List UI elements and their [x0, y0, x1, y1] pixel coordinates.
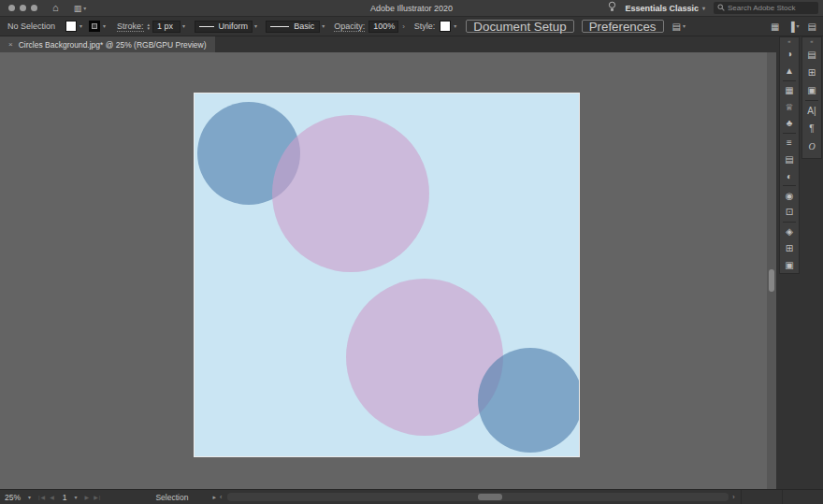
chevron-down-icon: ▾	[797, 23, 800, 29]
color-icon[interactable]: ◑	[780, 46, 799, 63]
last-artboard-icon[interactable]: ▶|	[94, 494, 101, 500]
symbols-icon[interactable]: ♣	[780, 115, 799, 132]
variable-width-profile-dropdown[interactable]: Uniform	[195, 21, 253, 33]
width-profile-preview-icon	[199, 26, 213, 27]
first-artboard-icon[interactable]: |◀	[38, 494, 46, 500]
chevron-down-icon[interactable]: ▾	[683, 23, 686, 29]
chevron-down-icon: ▾	[702, 6, 705, 11]
layers-icon[interactable]: ◈	[780, 223, 799, 240]
dock-separator	[783, 185, 796, 186]
document-tab[interactable]: × Circles Background.jpg* @ 25% (RGB/GPU…	[0, 36, 215, 52]
scroll-left-icon[interactable]: ‹	[220, 494, 222, 500]
zoom-level-field[interactable]: 25%	[5, 493, 21, 502]
arrange-documents-icon: ▥	[74, 4, 82, 13]
panel-menu-icon[interactable]: ▤	[808, 22, 816, 32]
previous-artboard-icon[interactable]: ◀	[50, 494, 55, 500]
title-bar: ⌂ ▥ ▾ Adobe Illustrator 2020 Essentials …	[0, 0, 823, 17]
stroke-icon[interactable]: ≡	[780, 135, 799, 151]
width-profile-value: Uniform	[219, 22, 249, 31]
close-tab-icon[interactable]: ×	[8, 40, 13, 49]
touch-workspace-grid-icon[interactable]: ▦	[771, 22, 779, 32]
chevron-down-icon[interactable]: ▾	[322, 23, 325, 29]
expand-panels-icon[interactable]: «	[780, 37, 799, 46]
chevron-down-icon[interactable]: ▾	[79, 23, 82, 29]
workspace-switcher[interactable]: Essentials Classic ▾	[625, 4, 705, 13]
expand-panels-icon[interactable]: «	[802, 37, 821, 46]
stroke-weight-value: 1 px	[157, 22, 173, 31]
brushes-icon[interactable]: ♕	[780, 98, 799, 115]
chevron-down-icon[interactable]: ▾	[454, 23, 456, 29]
asset-export-icon[interactable]: ⊞	[780, 239, 799, 256]
brush-preview-icon	[270, 26, 289, 27]
vertical-scrollbar-thumb[interactable]	[769, 269, 774, 292]
scroll-right-icon[interactable]: ›	[732, 494, 734, 500]
stroke-weight-field[interactable]: 1 px	[152, 21, 180, 33]
stroke-weight-label[interactable]: Stroke:	[117, 22, 144, 32]
dock-separator	[783, 80, 796, 81]
illustrator-window: ⌂ ▥ ▾ Adobe Illustrator 2020 Essentials …	[0, 0, 823, 504]
search-placeholder: Search Adobe Stock	[728, 4, 796, 12]
stroke-color-swatch[interactable]	[89, 21, 100, 32]
dock-separator	[783, 133, 796, 134]
paragraph-icon[interactable]: ¶	[802, 120, 821, 137]
chevron-down-icon[interactable]: ▾	[103, 23, 106, 29]
canvas-pasteboard[interactable]	[0, 52, 767, 490]
zoom-window-button[interactable]	[31, 5, 37, 11]
search-input[interactable]: Search Adobe Stock	[714, 2, 818, 14]
arrange-documents-button[interactable]: ▥ ▾	[74, 4, 87, 13]
gradient-icon[interactable]: ▤	[780, 151, 799, 168]
layers-panel-icon[interactable]: ⊞	[802, 64, 821, 81]
fill-color-swatch[interactable]	[65, 21, 77, 32]
opacity-label[interactable]: Opacity:	[334, 22, 365, 32]
document-tab-bar: × Circles Background.jpg* @ 25% (RGB/GPU…	[0, 36, 778, 52]
dock-separator	[783, 222, 796, 223]
opacity-field[interactable]: 100%	[368, 21, 398, 33]
status-bar-corner	[741, 490, 823, 504]
transparency-icon[interactable]: ◐	[780, 167, 799, 184]
style-label: Style:	[414, 22, 436, 31]
brush-definition-dropdown[interactable]: Basic	[266, 21, 320, 33]
chevron-down-icon[interactable]: ▾	[182, 23, 185, 29]
artboard-number-field[interactable]: 1	[63, 493, 67, 502]
artboard[interactable]	[194, 93, 580, 457]
search-icon	[717, 4, 725, 13]
selection-status-label: No Selection	[7, 22, 55, 31]
minimize-window-button[interactable]	[20, 5, 26, 11]
status-indicator: Selection	[155, 493, 188, 502]
swatches-icon[interactable]: ▦	[780, 82, 799, 99]
stroke-weight-stepper[interactable]: ▴ ▾	[148, 22, 151, 30]
artboard-dropdown-icon[interactable]: ▾	[75, 494, 78, 500]
close-window-button[interactable]	[8, 5, 15, 11]
libraries-icon[interactable]: ▤	[802, 46, 821, 64]
vertical-scrollbar[interactable]	[767, 52, 776, 490]
blue-circle-bottom-right[interactable]	[478, 348, 580, 453]
app-title: Adobe Illustrator 2020	[370, 4, 453, 13]
brush-definition-value: Basic	[294, 22, 314, 31]
document-tab-title: Circles Background.jpg* @ 25% (RGB/GPU P…	[19, 40, 207, 50]
lightbulb-icon[interactable]	[608, 1, 616, 15]
horizontal-scrollbar[interactable]	[227, 493, 729, 501]
home-icon[interactable]: ⌂	[52, 0, 59, 16]
horizontal-scrollbar-thumb[interactable]	[478, 494, 502, 500]
purple-circle-top[interactable]	[272, 115, 429, 272]
dock-toggle-button[interactable]: ▐ ▾	[787, 22, 799, 32]
artboards-panel-icon[interactable]: ▣	[802, 81, 821, 99]
appearance-icon[interactable]: ◉	[780, 187, 799, 204]
align-options-icon[interactable]: ▤	[672, 22, 681, 32]
character-icon[interactable]: A|	[802, 102, 821, 120]
chevron-down-icon[interactable]: ▾	[254, 23, 257, 29]
graphic-style-swatch[interactable]	[440, 21, 451, 32]
status-flyout-icon[interactable]: ▸	[212, 494, 216, 501]
color-guide-icon[interactable]: ▲	[780, 63, 799, 79]
workspace-name: Essentials Classic	[625, 4, 699, 13]
stepper-down-icon[interactable]: ▾	[148, 26, 151, 30]
next-artboard-icon[interactable]: ▶	[85, 494, 91, 500]
artboards-icon[interactable]: ▣	[780, 256, 799, 273]
preferences-button[interactable]: Preferences	[582, 20, 664, 33]
status-bar: 25% ▾ |◀ ◀ 1 ▾ ▶ ▶| Selection ▸ ‹ ›	[0, 489, 823, 504]
opentype-icon[interactable]: O	[802, 137, 821, 155]
document-setup-button[interactable]: Document Setup	[466, 20, 573, 33]
opacity-flyout-icon[interactable]: ›	[402, 22, 405, 31]
graphic-styles-icon[interactable]: ⊡	[780, 204, 799, 221]
zoom-dropdown-icon[interactable]: ▾	[28, 494, 31, 500]
